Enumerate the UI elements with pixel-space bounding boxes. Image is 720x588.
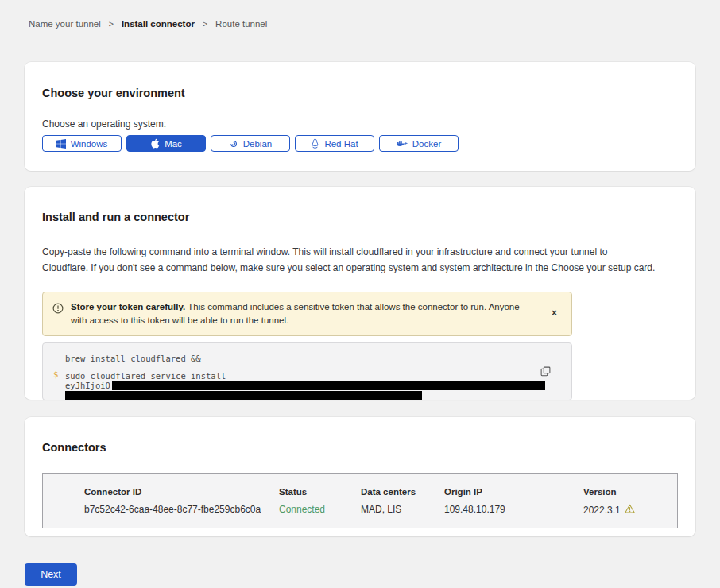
breadcrumb-install-connector[interactable]: Install connector <box>122 19 195 29</box>
table-row: b7c52c42-6caa-48ee-8c77-fbe259cb6c0a Con… <box>84 504 677 516</box>
linux-penguin-icon <box>311 138 319 149</box>
col-header-version: Version <box>583 487 677 504</box>
os-button-redhat[interactable]: Red Hat <box>295 135 374 152</box>
apple-logo-icon <box>150 138 160 149</box>
terminal-token-line: eyJhIjoiO <box>65 381 549 390</box>
os-button-label: Docker <box>412 139 441 149</box>
environment-card: Choose your environment Choose an operat… <box>25 62 695 171</box>
warning-triangle-icon <box>625 504 635 516</box>
os-button-mac[interactable]: Mac <box>126 135 206 152</box>
os-button-group: Windows Mac Debian Red Hat Docker <box>42 135 678 152</box>
breadcrumb-separator: > <box>203 19 207 29</box>
token-warning-text: Store your token carefully. This command… <box>71 300 530 327</box>
close-icon[interactable]: × <box>548 307 560 319</box>
connectors-card: Connectors Connector ID Status Data cent… <box>25 417 695 536</box>
os-button-docker[interactable]: Docker <box>379 135 459 152</box>
os-button-label: Windows <box>71 139 108 149</box>
next-button[interactable]: Next <box>25 563 77 586</box>
install-instructions: Copy-paste the following command into a … <box>42 244 678 276</box>
os-button-label: Red Hat <box>324 139 358 149</box>
token-redaction-bar <box>65 391 422 400</box>
docker-whale-icon <box>397 139 408 148</box>
col-header-connector-id: Connector ID <box>84 487 279 504</box>
connectors-table: Connector ID Status Data centers Origin … <box>42 473 678 528</box>
alert-circle-icon <box>52 303 64 316</box>
debian-logo-icon <box>229 139 238 149</box>
shell-prompt: $ <box>53 369 58 379</box>
col-header-data-centers: Data centers <box>361 487 444 504</box>
breadcrumb-separator: > <box>109 19 114 29</box>
terminal-line-service-install: sudo cloudflared service install <box>65 371 549 381</box>
token-warning-banner: Store your token carefully. This command… <box>42 292 572 336</box>
version-number: 2022.3.1 <box>583 505 621 516</box>
table-header-row: Connector ID Status Data centers Origin … <box>84 487 677 504</box>
breadcrumb: Name your tunnel > Install connector > R… <box>29 19 720 29</box>
status-badge: Connected <box>279 504 361 516</box>
token-prefix: eyJhIjoiO <box>65 381 110 390</box>
col-header-origin-ip: Origin IP <box>444 487 583 504</box>
os-button-debian[interactable]: Debian <box>211 135 290 152</box>
token-warning-title: Store your token carefully. <box>71 302 185 311</box>
terminal-line-brew: brew install cloudflared && <box>65 354 549 363</box>
token-redaction-bar <box>112 381 545 390</box>
col-header-status: Status <box>279 487 361 504</box>
connector-id-value: b7c52c42-6caa-48ee-8c77-fbe259cb6c0a <box>84 504 279 516</box>
terminal-command-block: brew install cloudflared && $ sudo cloud… <box>42 342 572 400</box>
os-button-windows[interactable]: Windows <box>42 135 122 152</box>
connectors-card-title: Connectors <box>42 441 678 454</box>
install-card-title: Install and run a connector <box>42 211 678 223</box>
os-button-label: Mac <box>165 139 182 149</box>
breadcrumb-route-tunnel[interactable]: Route tunnel <box>215 19 267 29</box>
version-value: 2022.3.1 <box>583 504 677 516</box>
os-select-label: Choose an operating system: <box>42 118 678 130</box>
windows-logo-icon <box>56 139 66 149</box>
os-button-label: Debian <box>243 139 272 149</box>
data-centers-value: MAD, LIS <box>361 504 444 516</box>
breadcrumb-name-your-tunnel[interactable]: Name your tunnel <box>29 19 101 29</box>
install-connector-card: Install and run a connector Copy-paste t… <box>25 187 695 400</box>
copy-icon[interactable] <box>539 365 552 381</box>
environment-card-title: Choose your environment <box>42 87 678 99</box>
origin-ip-value: 109.48.10.179 <box>444 504 583 516</box>
